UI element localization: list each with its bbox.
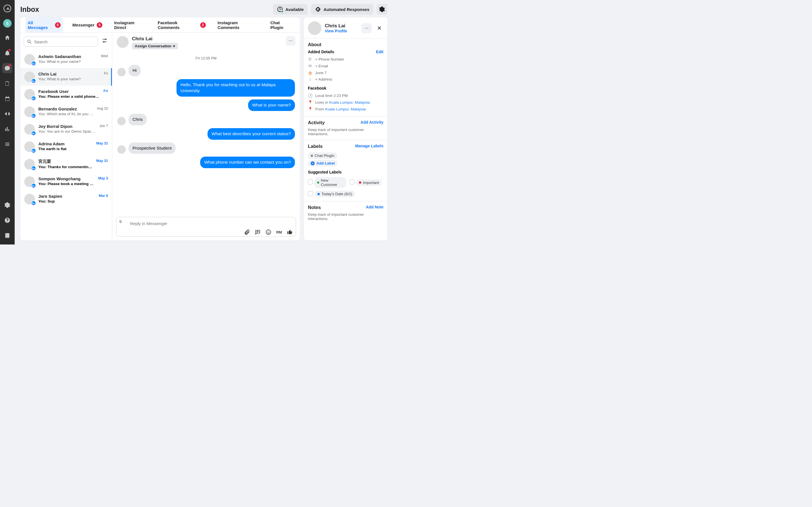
- from-label: From: [315, 107, 325, 111]
- channel-tab[interactable]: All Messages5: [26, 17, 63, 33]
- nav-announce[interactable]: [2, 109, 12, 119]
- conversation-time: Jun 7: [99, 124, 108, 128]
- message-row: Prospective Student: [117, 143, 295, 154]
- availability-toggle[interactable]: Available: [273, 4, 308, 15]
- conversation-item[interactable]: Bernardo GonzalezYou: Which area of KL d…: [20, 103, 112, 121]
- current-user-avatar[interactable]: S: [3, 19, 11, 27]
- inbox-panel: All Messages5Messenger5Instagram DirectF…: [20, 17, 300, 240]
- suggested-label-new-customer[interactable]: New Customer: [314, 177, 347, 188]
- saved-replies-button[interactable]: [255, 229, 261, 235]
- nav-notifications[interactable]: [2, 48, 12, 58]
- conversation-item[interactable]: Ashwin SadananthanYou: What is your name…: [20, 51, 112, 68]
- messenger-badge-icon: [31, 96, 36, 101]
- message-thread[interactable]: Fri 12:05 PM HiHello, Thank you for reac…: [112, 53, 300, 217]
- channel-tab-label: Messenger: [72, 22, 94, 27]
- from-link[interactable]: Kuala Lumpur, Malaysia: [325, 107, 366, 111]
- message-row: Hello, Thank you for reaching out to us …: [117, 79, 295, 97]
- profile-notes-section: Add Note Notes Keep track of important c…: [304, 201, 388, 225]
- nav-report[interactable]: [2, 230, 12, 240]
- close-icon: ✕: [377, 25, 382, 32]
- composer-avatar: S: [119, 219, 127, 227]
- from-row: 📍 From Kuala Lumpur, Malaysia: [308, 106, 384, 112]
- rm-button[interactable]: RM: [276, 229, 282, 235]
- conversation-avatar: [24, 159, 35, 170]
- home-icon: ⌂: [308, 77, 312, 81]
- suggested-label-checkbox[interactable]: [308, 191, 313, 196]
- conversation-avatar: [24, 54, 35, 65]
- emoji-button[interactable]: [265, 229, 271, 235]
- conversation-item[interactable]: Facebook UserYou: Please enter a valid p…: [20, 86, 112, 103]
- gear-icon: [379, 6, 385, 12]
- notification-dot-icon: [8, 49, 11, 51]
- profile-about-section: About Added Details Edit ✆ + Phone Numbe…: [304, 38, 388, 116]
- assign-conversation-button[interactable]: Assign Conversation ▾: [132, 43, 178, 49]
- add-activity-link[interactable]: Add Activity: [361, 120, 384, 124]
- conversation-search[interactable]: [24, 37, 98, 47]
- conversation-item[interactable]: Adrina AdamThe earth is flatMay 31: [20, 138, 112, 156]
- add-label-button[interactable]: + Add Label: [308, 160, 338, 166]
- outgoing-message-bubble: Hello, Thank you for reaching out to us …: [176, 79, 295, 97]
- label-chip-chat-plugin[interactable]: Chat Plugin: [308, 152, 337, 159]
- channel-tab[interactable]: Instagram Comments: [215, 17, 261, 33]
- composer-input[interactable]: [130, 221, 293, 226]
- lives-in-link[interactable]: Kuala Lumpur, Malaysia: [329, 100, 370, 105]
- conversation-time: May 31: [96, 159, 108, 163]
- chat-more-button[interactable]: ⋯: [286, 36, 296, 46]
- view-profile-link[interactable]: View Profile: [325, 29, 358, 33]
- profile-labels-section: Manage Labels Labels Chat Plugin + Add L…: [304, 140, 388, 201]
- add-phone-row[interactable]: ✆ + Phone Number: [308, 56, 384, 62]
- conversation-time: Wed: [101, 54, 108, 58]
- profile-more-button[interactable]: ⋯: [361, 23, 371, 33]
- messenger-badge-icon: [31, 131, 36, 136]
- suggested-label-checkbox[interactable]: [350, 179, 354, 184]
- filter-button[interactable]: [101, 37, 109, 45]
- message-composer: S: [116, 217, 296, 237]
- nav-inbox[interactable]: [2, 63, 12, 73]
- add-note-link[interactable]: Add Note: [366, 205, 384, 209]
- manage-labels-link[interactable]: Manage Labels: [355, 144, 384, 148]
- channel-tab[interactable]: Messenger5: [70, 19, 105, 31]
- automated-responses-button[interactable]: Automated Responses: [311, 4, 373, 15]
- nav-help[interactable]: [2, 215, 12, 225]
- add-address-row[interactable]: ⌂ + Address: [308, 76, 384, 82]
- suggested-label-checkbox[interactable]: [308, 179, 313, 184]
- contact-profile-panel: Chris Lai View Profile ⋯ ✕ About Added D…: [304, 17, 388, 240]
- messenger-badge-icon: [31, 201, 36, 206]
- profile-avatar[interactable]: [308, 21, 321, 35]
- add-email-row[interactable]: ✉ + Email: [308, 62, 384, 69]
- nav-home[interactable]: [2, 33, 12, 43]
- conversation-item[interactable]: Jaro SapienYou: SupMar 8: [20, 190, 112, 208]
- nav-calendar[interactable]: [2, 94, 12, 104]
- nav-menu[interactable]: [2, 139, 12, 149]
- thumbs-up-icon: [287, 229, 293, 235]
- channel-tab[interactable]: Instagram Direct: [112, 17, 148, 33]
- channel-tab[interactable]: Facebook Comments2: [155, 17, 208, 33]
- conversation-item[interactable]: 宮元栗You: Thanks for commenting, pleas…May…: [20, 156, 112, 173]
- attach-button[interactable]: [244, 229, 250, 235]
- channel-tab[interactable]: Chat Plugin: [268, 17, 295, 33]
- channel-tab-label: Instagram Comments: [218, 20, 259, 30]
- incoming-message-bubble: Hi: [129, 65, 141, 76]
- suggested-label-todays-date[interactable]: Today's Date (9/2): [315, 191, 355, 197]
- settings-button[interactable]: [377, 4, 388, 15]
- nav-settings[interactable]: [2, 200, 12, 210]
- search-input[interactable]: [34, 40, 95, 44]
- conversation-item[interactable]: Sompon WongchangYou: Please book a meeti…: [20, 173, 112, 190]
- channel-tab-label: Chat Plugin: [270, 20, 293, 30]
- incoming-message-bubble: Prospective Student: [129, 143, 175, 154]
- chat-pane: Chris Lai Assign Conversation ▾ ⋯: [112, 33, 300, 240]
- conversation-name: Chris Lai: [38, 71, 100, 76]
- like-button[interactable]: [287, 229, 293, 235]
- conversation-name: Facebook User: [38, 89, 100, 94]
- edit-details-link[interactable]: Edit: [376, 50, 384, 54]
- messenger-badge-icon: [31, 78, 36, 83]
- conversation-list[interactable]: Ashwin SadananthanYou: What is your name…: [20, 51, 112, 240]
- nav-insights[interactable]: [2, 124, 12, 134]
- conversation-item[interactable]: Joy Borral DiponYou: You are in our Demo…: [20, 121, 112, 138]
- chat-contact-avatar[interactable]: [117, 36, 129, 48]
- svg-point-0: [266, 230, 271, 235]
- close-profile-button[interactable]: ✕: [375, 25, 384, 32]
- conversation-item[interactable]: Chris LaiYou: What is your name?Fri: [20, 68, 112, 86]
- suggested-label-important[interactable]: Important: [356, 179, 382, 186]
- nav-pages[interactable]: [2, 78, 12, 89]
